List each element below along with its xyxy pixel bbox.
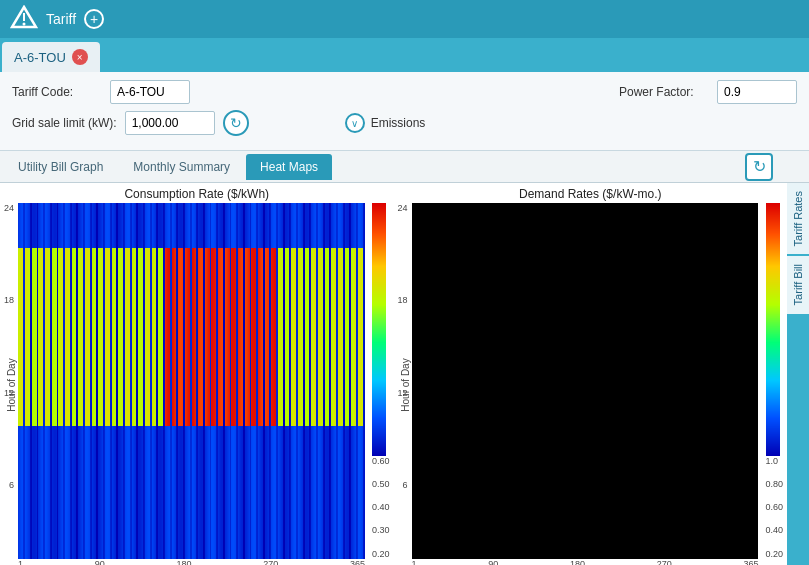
loop-button[interactable]: ↻ bbox=[223, 110, 249, 136]
tab-heat-maps[interactable]: Heat Maps bbox=[246, 154, 332, 180]
power-factor-label: Power Factor: bbox=[619, 85, 709, 99]
main-content: Consumption Rate ($/kWh) 24 18 12 6 0 bbox=[0, 183, 809, 565]
demand-title: Demand Rates ($/kW-mo.) bbox=[519, 187, 661, 201]
tab-monthly-summary[interactable]: Monthly Summary bbox=[119, 154, 244, 180]
demand-rates-chart: Demand Rates ($/kW-mo.) 24 18 12 6 0 bbox=[398, 187, 784, 565]
consumption-title: Consumption Rate ($/kWh) bbox=[124, 187, 269, 201]
form-area: Tariff Code: Power Factor: Grid sale lim… bbox=[0, 72, 809, 151]
sidebar-tariff-rates-label: Tariff Rates bbox=[792, 191, 804, 246]
svg-point-2 bbox=[23, 23, 26, 26]
grid-sale-input[interactable] bbox=[125, 111, 215, 135]
consumption-inner: 1 90 180 270 365 Day of Year bbox=[18, 203, 365, 565]
grid-sale-label: Grid sale limit (kW): bbox=[12, 116, 117, 130]
refresh-button[interactable]: ↻ bbox=[745, 153, 773, 181]
consumption-y-label: Hour of Day bbox=[6, 358, 17, 411]
demand-x-ticks: 1 90 180 270 365 bbox=[412, 559, 759, 565]
tariff-tab-label: A-6-TOU bbox=[14, 50, 66, 65]
emissions-chevron[interactable]: ∨ bbox=[345, 113, 365, 133]
content-tabs: Utility Bill Graph Monthly Summary Heat … bbox=[0, 151, 809, 183]
demand-y-label: Hour of Day bbox=[400, 358, 411, 411]
consumption-colorbar: 0.60 0.50 0.40 0.30 0.20 0.10 bbox=[369, 203, 390, 565]
add-tariff-button[interactable]: + bbox=[84, 9, 104, 29]
sidebar-tab-tariff-rates[interactable]: Tariff Rates bbox=[787, 183, 809, 254]
app-title: Tariff bbox=[46, 11, 76, 27]
tariff-code-label: Tariff Code: bbox=[12, 85, 102, 99]
tariff-icon bbox=[10, 5, 38, 33]
tab-utility-bill-graph[interactable]: Utility Bill Graph bbox=[4, 154, 117, 180]
tariff-code-input[interactable] bbox=[110, 80, 190, 104]
demand-heatmap bbox=[412, 203, 759, 559]
emissions-label: Emissions bbox=[371, 116, 426, 130]
consumption-x-ticks: 1 90 180 270 365 bbox=[18, 559, 365, 565]
close-tab-button[interactable]: × bbox=[72, 49, 88, 65]
power-factor-input[interactable] bbox=[717, 80, 797, 104]
demand-colorbar: 1.0 0.80 0.60 0.40 0.20 0 bbox=[762, 203, 783, 565]
charts-area: Consumption Rate ($/kWh) 24 18 12 6 0 bbox=[0, 183, 787, 565]
sidebar-tab-tariff-bill[interactable]: Tariff Bill bbox=[787, 256, 809, 313]
tariff-tab-a6tou[interactable]: A-6-TOU × bbox=[2, 42, 100, 72]
right-sidebar: Tariff Rates Tariff Bill bbox=[787, 183, 809, 565]
tab-strip: A-6-TOU × bbox=[0, 38, 809, 72]
consumption-rate-chart: Consumption Rate ($/kWh) 24 18 12 6 0 bbox=[4, 187, 390, 565]
top-header: Tariff + bbox=[0, 0, 809, 38]
sidebar-tariff-bill-label: Tariff Bill bbox=[792, 264, 804, 305]
demand-inner: 1 90 180 270 365 Day of Year bbox=[412, 203, 759, 565]
consumption-heatmap bbox=[18, 203, 365, 559]
